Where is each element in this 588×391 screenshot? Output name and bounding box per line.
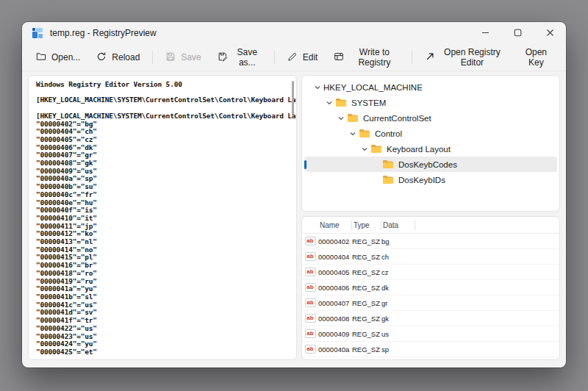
string-value-icon: ab	[305, 268, 316, 276]
open-registry-editor-button-label: Open Registry Editor	[440, 47, 504, 68]
tree-item-control[interactable]: Control	[304, 126, 557, 141]
cell-type: REG_SZ	[352, 268, 381, 276]
toolbar: Open... Reload Save Save as... Edi	[22, 44, 566, 71]
app-icon	[32, 27, 43, 39]
editor-scrollbar[interactable]	[292, 81, 294, 115]
cell-type: REG_SZ	[352, 315, 381, 323]
reload-icon	[96, 51, 107, 64]
chevron-down-icon[interactable]	[347, 129, 359, 138]
cell-data: us	[381, 330, 415, 338]
chevron-down-icon[interactable]	[323, 98, 335, 107]
open-registry-editor-button[interactable]: Open Registry Editor	[417, 47, 512, 68]
cell-data: ch	[381, 253, 415, 261]
chevron-down-icon[interactable]	[312, 83, 323, 92]
folder-icon	[370, 144, 382, 154]
save-as-button-label: Save as...	[233, 47, 262, 68]
string-value-icon: ab	[305, 329, 316, 338]
cell-data: cz	[381, 268, 415, 276]
string-value-icon: ab	[305, 283, 316, 292]
write-to-registry-button[interactable]: Write to Registry	[326, 47, 406, 68]
values-grid-panel: Name Type Data ab 00000402 REG_SZ bg ab …	[301, 216, 560, 360]
tree-item-keyboard-layout[interactable]: Keyboard Layout	[304, 141, 557, 157]
close-button[interactable]	[534, 22, 566, 44]
table-row[interactable]: ab 00000408 REG_SZ gk	[302, 311, 559, 326]
tree-item-label: CurrentControlSet	[363, 114, 431, 123]
toolbar-separator	[274, 51, 275, 64]
save-icon	[165, 51, 176, 64]
cell-name: 00000405	[318, 268, 352, 276]
titlebar: temp.reg - RegistryPreview	[22, 22, 566, 44]
editor-content[interactable]: Windows Registry Editor Version 5.00 [HK…	[29, 76, 296, 360]
maximize-icon	[514, 28, 522, 39]
save-button[interactable]: Save	[158, 47, 208, 68]
edit-button-label: Edit	[303, 52, 318, 62]
save-as-icon	[218, 51, 228, 64]
cell-data: dk	[381, 284, 415, 292]
folder-icon	[359, 129, 370, 138]
cell-type: REG_SZ	[352, 237, 381, 245]
close-icon	[546, 28, 554, 39]
table-row[interactable]: ab 00000402 REG_SZ bg	[302, 234, 559, 249]
table-row[interactable]: ab 0000040a REG_SZ sp	[302, 342, 559, 357]
table-row[interactable]: ab 00000405 REG_SZ cz	[302, 265, 559, 280]
minimize-button[interactable]	[469, 22, 501, 44]
tree-item-label: DosKeybCodes	[398, 160, 457, 169]
column-header-name[interactable]: Name	[318, 220, 352, 230]
open-icon	[36, 51, 46, 64]
open-button[interactable]: Open...	[29, 47, 87, 68]
maximize-button[interactable]	[501, 22, 534, 44]
string-value-icon: ab	[305, 298, 316, 307]
reload-button[interactable]: Reload	[89, 47, 147, 68]
toolbar-separator	[412, 51, 412, 64]
string-value-icon: ab	[305, 252, 316, 261]
cell-type: REG_SZ	[352, 345, 381, 354]
tree-item-label: HKEY_LOCAL_MACHINE	[323, 83, 423, 92]
edit-button[interactable]: Edit	[280, 47, 326, 68]
save-as-button[interactable]: Save as...	[210, 47, 269, 68]
column-header-type[interactable]: Type	[352, 220, 381, 230]
cell-name: 00000407	[318, 299, 352, 307]
cell-name: 00000408	[318, 315, 352, 323]
cell-type: REG_SZ	[352, 330, 381, 338]
open-key-button-label: Open Key	[520, 47, 552, 68]
tree-item-currentcontrolset[interactable]: CurrentControlSet	[304, 110, 557, 126]
table-row[interactable]: ab 00000407 REG_SZ gr	[302, 295, 559, 311]
cell-type: REG_SZ	[352, 284, 381, 292]
tree-item-label: Control	[375, 129, 402, 138]
cell-name: 00000404	[318, 253, 352, 261]
tree-item-system[interactable]: SYSTEM	[304, 95, 557, 110]
chevron-down-icon[interactable]	[359, 145, 370, 154]
string-value-icon: ab	[305, 237, 316, 245]
column-header-data[interactable]: Data	[381, 220, 415, 230]
app-window: temp.reg - RegistryPreview	[22, 22, 566, 367]
open-key-button[interactable]: Open Key	[513, 47, 559, 68]
cell-data: sp	[381, 345, 415, 354]
folder-icon	[347, 113, 359, 123]
grid-header: Name Type Data	[302, 217, 559, 234]
open-registry-editor-icon	[425, 51, 435, 64]
editor-panel: Windows Registry Editor Version 5.00 [HK…	[28, 75, 297, 360]
registry-tree-panel: HKEY_LOCAL_MACHINE SYSTEM CurrentControl…	[301, 75, 560, 212]
table-row[interactable]: ab 00000406 REG_SZ dk	[302, 280, 559, 295]
toolbar-separator	[152, 51, 153, 64]
string-value-icon: ab	[305, 314, 316, 323]
folder-icon	[382, 175, 394, 184]
edit-icon	[287, 51, 298, 64]
folder-icon	[335, 98, 347, 107]
cell-data: gr	[381, 299, 415, 307]
cell-name: 0000040a	[318, 345, 352, 354]
cell-name: 00000409	[318, 330, 352, 338]
folder-icon	[382, 159, 394, 169]
cell-name: 00000402	[318, 237, 352, 245]
write-registry-icon	[334, 51, 344, 64]
tree-item-doskeybcodes[interactable]: DosKeybCodes	[304, 157, 557, 172]
save-button-label: Save	[181, 52, 201, 62]
table-row[interactable]: ab 00000409 REG_SZ us	[302, 326, 559, 342]
tree-item-hkey-local-machine[interactable]: HKEY_LOCAL_MACHINE	[304, 79, 557, 95]
tree-item-doskeybids[interactable]: DosKeybIDs	[304, 172, 557, 187]
string-value-icon: ab	[305, 345, 316, 354]
cell-type: REG_SZ	[352, 299, 381, 307]
chevron-down-icon[interactable]	[335, 114, 347, 123]
table-row[interactable]: ab 00000404 REG_SZ ch	[302, 249, 559, 265]
window-controls	[469, 22, 566, 44]
